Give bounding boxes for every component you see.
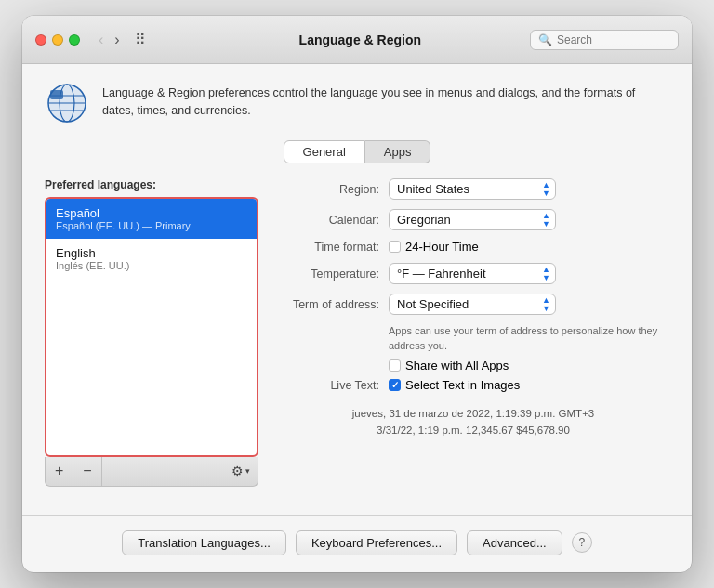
calendar-label: Calendar:	[277, 214, 389, 227]
svg-rect-6	[50, 90, 63, 99]
region-row: Region: United States ▲ ▼	[277, 178, 669, 200]
temperature-row: Temperature: °F — Fahrenheit ▲ ▼	[277, 263, 669, 284]
term-chevron-icon: ▲ ▼	[542, 296, 550, 313]
header-description: Language & Region preferences control th…	[102, 81, 669, 120]
language-item-english[interactable]: English Inglés (EE. UU.)	[46, 239, 257, 279]
temperature-label: Temperature:	[277, 268, 389, 281]
temperature-select[interactable]: °F — Fahrenheit	[389, 263, 556, 284]
share-with-apps-checkbox[interactable]	[389, 359, 401, 372]
close-button[interactable]	[35, 34, 46, 46]
traffic-lights	[35, 34, 80, 46]
bottom-bar: Translation Languages... Keyboard Prefer…	[22, 515, 692, 572]
globe-icon	[46, 83, 87, 124]
term-of-address-value: Not Specified ▲ ▼	[389, 294, 669, 315]
date-preview-line1: jueves, 31 de marzo de 2022, 1:19:39 p.m…	[277, 405, 669, 422]
time-format-checkbox-wrap[interactable]: 24-Hour Time	[389, 240, 479, 254]
live-text-check-label: Select Text in Images	[405, 378, 520, 392]
right-panel: Region: United States ▲ ▼	[277, 178, 669, 486]
term-of-address-select[interactable]: Not Specified	[389, 294, 556, 315]
calendar-select[interactable]: Gregorian	[389, 209, 556, 230]
temperature-value: °F — Fahrenheit ▲ ▼	[389, 263, 669, 284]
live-text-checkbox[interactable]	[389, 379, 401, 391]
keyboard-preferences-button[interactable]: Keyboard Preferences...	[296, 530, 457, 555]
live-text-checkbox-wrap[interactable]: Select Text in Images	[389, 378, 520, 392]
date-preview: jueves, 31 de marzo de 2022, 1:19:39 p.m…	[277, 405, 669, 439]
calendar-row: Calendar: Gregorian ▲ ▼	[277, 209, 669, 230]
term-of-address-select-wrap: Not Specified ▲ ▼	[389, 294, 556, 315]
share-with-apps-label: Share with All Apps	[405, 359, 509, 372]
left-panel: Preferred languages: Español Español (EE…	[45, 178, 258, 486]
window-title: Language & Region	[153, 33, 567, 47]
region-select[interactable]: United States	[389, 178, 556, 200]
lang-sub-english: Inglés (EE. UU.)	[56, 260, 247, 271]
term-desc-spacer	[277, 324, 389, 372]
temperature-select-wrap: °F — Fahrenheit ▲ ▼	[389, 263, 556, 284]
calendar-select-wrap: Gregorian ▲ ▼	[389, 209, 556, 230]
chevron-down-icon: ▾	[245, 466, 250, 476]
live-text-label: Live Text:	[277, 379, 389, 392]
preferred-languages-label: Preferred languages:	[45, 178, 258, 191]
help-button[interactable]: ?	[572, 532, 592, 553]
search-box: 🔍	[530, 30, 679, 50]
region-label: Region:	[277, 183, 389, 196]
app-grid-icon[interactable]: ⠿	[135, 31, 146, 48]
term-of-address-label: Term of address:	[277, 298, 389, 311]
maximize-button[interactable]	[69, 34, 80, 46]
languages-list: Español Español (EE. UU.) — Primary Engl…	[45, 197, 258, 457]
temperature-chevron-icon: ▲ ▼	[542, 266, 550, 282]
time-format-value: 24-Hour Time	[389, 240, 669, 254]
lang-sub-espanol: Español (EE. UU.) — Primary	[56, 220, 247, 231]
back-button[interactable]: ‹	[95, 31, 107, 49]
remove-language-button[interactable]: −	[73, 457, 101, 485]
minimize-button[interactable]	[52, 34, 63, 46]
tab-general[interactable]: General	[284, 140, 365, 163]
gear-icon: ⚙	[231, 464, 244, 478]
region-select-wrap: United States ▲ ▼	[389, 178, 556, 200]
time-format-checkbox[interactable]	[389, 241, 401, 253]
lang-name-espanol: Español	[56, 206, 247, 220]
term-desc-text: Apps can use your term of address to per…	[389, 324, 669, 372]
add-language-button[interactable]: +	[46, 457, 73, 485]
lang-name-english: English	[56, 246, 247, 260]
globe-icon-wrap	[45, 81, 89, 125]
advanced-button[interactable]: Advanced...	[467, 530, 562, 555]
translation-languages-button[interactable]: Translation Languages...	[122, 530, 286, 555]
language-options-button[interactable]: ⚙ ▾	[224, 460, 258, 482]
content-area: Language & Region preferences control th…	[22, 64, 692, 504]
term-description: Apps can use your term of address to per…	[389, 324, 669, 353]
list-toolbar: + − ⚙ ▾	[45, 457, 258, 486]
main-window: ‹ › ⠿ Language & Region 🔍	[22, 16, 692, 571]
term-desc-row: Apps can use your term of address to per…	[277, 324, 669, 372]
forward-button[interactable]: ›	[111, 31, 123, 49]
date-preview-line2: 3/31/22, 1:19 p.m. 12,345.67 $45,678.90	[277, 422, 669, 438]
calendar-value: Gregorian ▲ ▼	[389, 209, 669, 230]
time-format-row: Time format: 24-Hour Time	[277, 240, 669, 254]
share-with-apps-wrap[interactable]: Share with All Apps	[389, 359, 669, 372]
tabs: General Apps	[45, 140, 669, 163]
nav-arrows: ‹ ›	[95, 31, 124, 49]
language-item-espanol[interactable]: Español Español (EE. UU.) — Primary	[46, 199, 257, 239]
term-of-address-row: Term of address: Not Specified ▲ ▼	[277, 294, 669, 315]
live-text-row: Live Text: Select Text in Images	[277, 378, 669, 392]
region-value: United States ▲ ▼	[389, 178, 669, 200]
header-info: Language & Region preferences control th…	[45, 81, 669, 125]
main-layout: Preferred languages: Español Español (EE…	[45, 178, 669, 486]
search-icon: 🔍	[538, 33, 552, 46]
calendar-chevron-icon: ▲ ▼	[542, 212, 550, 229]
chevron-updown-icon: ▲ ▼	[542, 181, 550, 198]
live-text-value: Select Text in Images	[389, 378, 669, 392]
tab-apps[interactable]: Apps	[365, 140, 431, 163]
time-format-label: Time format:	[277, 241, 389, 254]
time-format-check-label: 24-Hour Time	[405, 240, 479, 254]
titlebar: ‹ › ⠿ Language & Region 🔍	[22, 16, 692, 64]
search-input[interactable]	[557, 33, 670, 46]
